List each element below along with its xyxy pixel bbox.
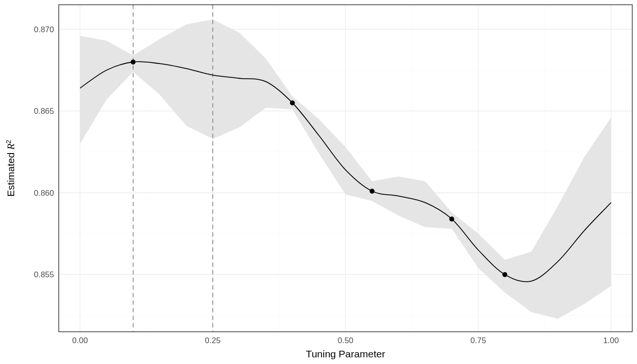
data-point	[290, 100, 295, 105]
data-point	[502, 272, 507, 277]
data-point	[131, 60, 136, 64]
data-point	[449, 217, 454, 221]
x-tick-label: 0.75	[471, 336, 486, 345]
x-tick-label: 0.25	[205, 336, 220, 345]
x-axis-title: Tuning Parameter	[306, 348, 385, 359]
data-point	[370, 189, 374, 193]
chart-container: 0.000.250.500.751.000.8550.8600.8650.870…	[0, 0, 637, 364]
y-axis-title: Estimated R2	[5, 140, 17, 197]
y-tick-label: 0.865	[34, 107, 54, 116]
x-tick-label: 1.00	[603, 336, 619, 345]
x-tick-label: 0.00	[72, 336, 88, 345]
y-tick-label: 0.860	[34, 189, 54, 198]
x-tick-label: 0.50	[337, 336, 353, 345]
y-tick-label: 0.870	[34, 25, 54, 34]
chart-svg: 0.000.250.500.751.000.8550.8600.8650.870…	[0, 0, 637, 364]
y-tick-label: 0.855	[34, 270, 54, 279]
